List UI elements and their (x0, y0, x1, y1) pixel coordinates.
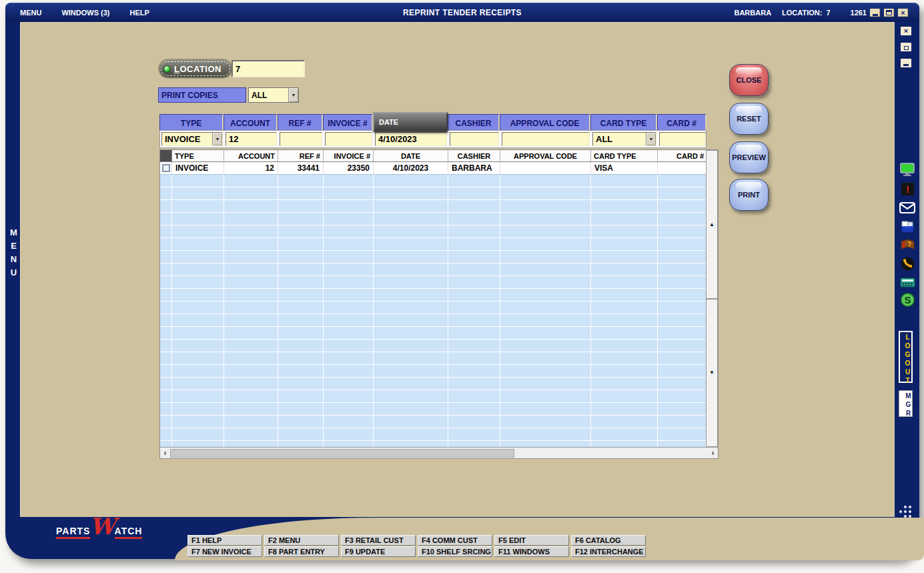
empty-table-row[interactable] (160, 365, 707, 378)
print-action-button[interactable]: PRINT (729, 179, 769, 211)
empty-table-row[interactable] (160, 213, 707, 225)
f1-help-key[interactable]: F1 HELP (187, 535, 262, 546)
empty-table-row[interactable] (160, 175, 707, 187)
f2-menu-key[interactable]: F2 MENU (264, 535, 339, 546)
f9-update-key[interactable]: F9 UPDATE (341, 546, 416, 557)
f11-windows-key[interactable]: F11 WINDOWS (494, 546, 569, 557)
header-card-number[interactable]: CARD # (658, 150, 707, 161)
f3-retail-cust-key[interactable]: F3 RETAIL CUST (341, 535, 416, 546)
empty-table-row[interactable] (160, 200, 707, 213)
header-account[interactable]: ACCOUNT (224, 150, 278, 161)
vertical-scrollbar[interactable]: ▲ ▼ (706, 150, 718, 447)
empty-table-row[interactable] (160, 428, 707, 441)
header-type[interactable]: TYPE (172, 150, 224, 161)
empty-table-row[interactable] (160, 187, 707, 200)
maximize-button[interactable] (883, 8, 895, 17)
card-type-filter-select[interactable]: ALL ▼ (592, 132, 656, 146)
reset-action-button[interactable]: RESET (729, 103, 769, 135)
scroll-down-button[interactable]: ▼ (706, 299, 718, 448)
empty-table-row[interactable] (160, 251, 707, 263)
empty-table-row[interactable] (160, 289, 707, 302)
f10-shelf-srcing-key[interactable]: F10 SHELF SRCING (418, 546, 492, 557)
package-icon[interactable] (899, 218, 915, 234)
f4-comm-cust-key[interactable]: F4 COMM CUST (418, 535, 492, 546)
header-approval-code[interactable]: APPROVAL CODE (500, 150, 591, 161)
empty-table-row[interactable] (160, 276, 707, 289)
type-filter-select[interactable]: INVOICE ▼ (161, 132, 223, 146)
horizontal-scrollbar[interactable]: ‹ › (160, 447, 718, 458)
approval-code-filter-input[interactable] (502, 132, 590, 146)
scroll-left-icon[interactable]: ‹ (160, 448, 170, 458)
filter-col-card-type[interactable]: CARD TYPE (590, 114, 657, 132)
f7-new-invoice-key[interactable]: F7 NEW INVOICE (187, 546, 262, 557)
calculator-icon[interactable] (899, 274, 915, 290)
rail-minimize-button[interactable] (900, 58, 912, 68)
empty-table-row[interactable] (160, 441, 707, 447)
logout-button[interactable]: LOGOUT (899, 331, 913, 383)
monitor-icon[interactable] (899, 162, 915, 178)
f12-interchange-key[interactable]: F12 INTERCHANGE (571, 546, 646, 557)
mail-icon[interactable] (899, 199, 915, 215)
f6-catalog-key[interactable]: F6 CATALOG (571, 535, 646, 546)
empty-table-row[interactable] (160, 225, 707, 238)
print-copies-select[interactable]: ALL ▼ (248, 87, 299, 103)
filter-col-type[interactable]: TYPE (159, 114, 223, 132)
empty-table-row[interactable] (160, 352, 707, 365)
header-ref[interactable]: REF # (278, 150, 324, 161)
scroll-up-button[interactable]: ▲ (706, 150, 718, 299)
date-filter-input[interactable]: 4/10/2023 (375, 132, 447, 146)
close-button[interactable]: × (897, 8, 909, 17)
mgr-button[interactable]: MGR (899, 390, 913, 417)
header-date[interactable]: DATE (374, 150, 448, 161)
account-filter-input[interactable]: 12 (225, 132, 277, 146)
empty-table-row[interactable] (160, 327, 707, 340)
phone-icon[interactable] (899, 255, 915, 271)
empty-table-row[interactable] (160, 238, 707, 251)
cashier-filter-input[interactable] (450, 132, 499, 146)
empty-table-row[interactable] (160, 340, 707, 352)
empty-table-row[interactable] (160, 302, 707, 314)
empty-table-row[interactable] (160, 390, 707, 403)
card-number-filter-input[interactable] (659, 132, 706, 146)
header-card-type[interactable]: CARD TYPE (591, 150, 658, 161)
filter-col-invoice[interactable]: INVOICE # (323, 114, 373, 132)
invoice-filter-input[interactable] (325, 132, 372, 146)
scroll-right-icon[interactable]: › (708, 448, 718, 458)
horizontal-scroll-track[interactable] (170, 448, 708, 458)
empty-table-row[interactable] (160, 378, 707, 390)
location-input[interactable]: 7 (232, 60, 305, 77)
header-cashier[interactable]: CASHIER (448, 150, 500, 161)
location-button[interactable]: LOCATION (159, 60, 232, 77)
preview-action-button[interactable]: PREVIEW (729, 141, 769, 173)
rail-restore-button[interactable] (900, 42, 912, 52)
f8-part-entry-key[interactable]: F8 PART ENTRY (264, 546, 339, 557)
filter-col-account[interactable]: ACCOUNT (223, 114, 278, 132)
empty-table-row[interactable] (160, 416, 707, 428)
row-checkbox[interactable] (162, 164, 170, 172)
filter-col-ref[interactable]: REF # (278, 114, 323, 132)
filter-col-date[interactable]: DATE (373, 112, 448, 132)
rail-close-button[interactable]: × (900, 26, 912, 36)
resize-grip-icon[interactable] (899, 506, 911, 518)
empty-table-row[interactable] (160, 403, 707, 416)
empty-table-row[interactable] (160, 314, 707, 327)
filter-col-cashier[interactable]: CASHIER (448, 114, 500, 132)
close-action-button[interactable]: CLOSE (729, 64, 769, 96)
s-badge-icon[interactable]: S (899, 292, 915, 308)
ref-filter-input[interactable] (280, 132, 322, 146)
menu-rail-button[interactable]: MENU (7, 227, 19, 281)
filter-col-approval-code[interactable]: APPROVAL CODE (500, 114, 590, 132)
alert-icon[interactable]: ! (899, 181, 915, 197)
f5-edit-key[interactable]: F5 EDIT (494, 535, 569, 546)
chevron-down-icon[interactable]: ▼ (288, 88, 298, 102)
chevron-down-icon[interactable]: ▼ (212, 133, 222, 145)
filter-col-card-number[interactable]: CARD # (657, 114, 707, 132)
empty-table-row[interactable] (160, 263, 707, 276)
select-all-header-cell[interactable] (160, 150, 172, 161)
horizontal-scroll-thumb[interactable] (170, 449, 514, 458)
header-invoice[interactable]: INVOICE # (324, 150, 374, 161)
minimize-button[interactable] (869, 8, 881, 17)
help-book-icon[interactable]: ? (899, 237, 915, 253)
table-row[interactable]: INVOICE 12 33441 23350 4/10/2023 BARBARA… (160, 162, 718, 175)
chevron-down-icon[interactable]: ▼ (646, 133, 656, 145)
